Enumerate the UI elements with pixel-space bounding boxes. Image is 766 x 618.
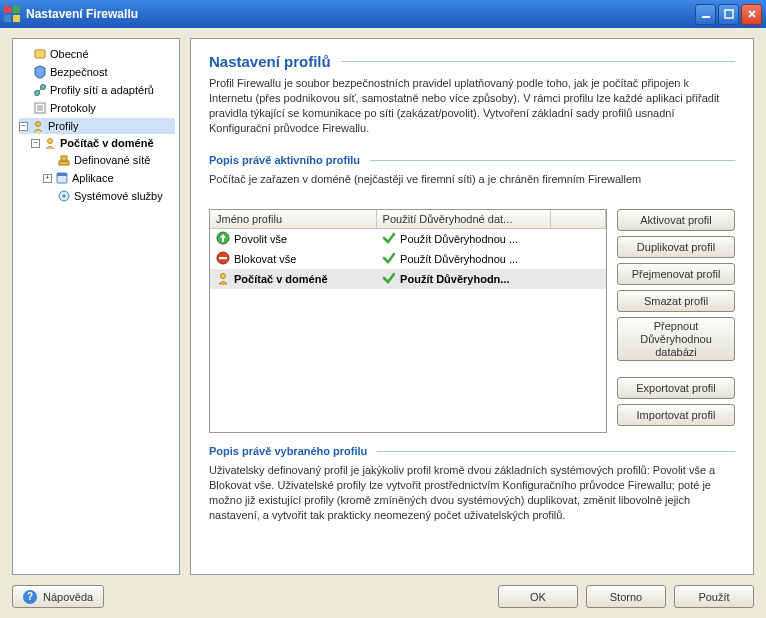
tree-item-bezpecnost[interactable]: Bezpečnost xyxy=(19,64,175,80)
profile-name: Počítač v doméně xyxy=(234,273,328,285)
duplicate-profile-button[interactable]: Duplikovat profil xyxy=(617,236,735,258)
svg-point-23 xyxy=(63,195,66,198)
import-profile-button[interactable]: Importovat profil xyxy=(617,404,735,426)
tree-item-systemove-sluzby[interactable]: Systémové služby xyxy=(43,188,175,204)
tree-item-profily-siti[interactable]: Profily sítí a adaptérů xyxy=(19,82,175,98)
app-icon xyxy=(4,6,20,22)
svg-rect-1 xyxy=(13,6,20,13)
column-header-empty[interactable] xyxy=(550,210,605,229)
minimize-button[interactable] xyxy=(695,4,716,25)
profiles-table[interactable]: Jméno profilu Použití Důvěryhodné dat...… xyxy=(209,209,607,433)
tree-item-definovane-site[interactable]: Definované sítě xyxy=(43,152,175,168)
help-icon: ? xyxy=(23,590,37,604)
tree-item-obecne[interactable]: Obecné xyxy=(19,46,175,62)
navigation-tree[interactable]: Obecné Bezpečnost Profily sítí a adaptér… xyxy=(12,38,180,575)
page-title: Nastavení profilů xyxy=(209,53,331,70)
svg-rect-2 xyxy=(4,15,11,22)
svg-rect-5 xyxy=(725,10,733,18)
active-profile-heading: Popis právě aktivního profilu xyxy=(209,154,360,166)
rename-profile-button[interactable]: Přejmenovat profil xyxy=(617,263,735,285)
svg-rect-18 xyxy=(59,161,69,165)
profile-name: Povolit vše xyxy=(234,233,287,245)
table-row[interactable]: Blokovat vše Použít Důvěryhodnou ... xyxy=(210,249,606,269)
column-header-db[interactable]: Použití Důvěryhodné dat... xyxy=(376,210,550,229)
cancel-button[interactable]: Storno xyxy=(586,585,666,608)
svg-point-27 xyxy=(221,274,226,279)
check-icon xyxy=(382,251,396,267)
expand-icon[interactable]: + xyxy=(43,174,52,183)
svg-line-11 xyxy=(38,88,42,92)
selected-profile-heading: Popis právě vybraného profilu xyxy=(209,445,367,457)
table-row[interactable]: Povolit vše Použít Důvěryhodnou ... xyxy=(210,229,606,250)
tree-item-aplikace[interactable]: +Aplikace xyxy=(43,170,175,186)
intro-text: Profil Firewallu je soubor bezpečnostníc… xyxy=(209,76,735,136)
svg-point-17 xyxy=(48,139,53,144)
activate-profile-button[interactable]: Aktivovat profil xyxy=(617,209,735,231)
help-button[interactable]: ? Nápověda xyxy=(12,585,104,608)
check-icon xyxy=(382,231,396,247)
apply-button[interactable]: Použít xyxy=(674,585,754,608)
titlebar: Nastavení Firewallu xyxy=(0,0,766,28)
svg-rect-26 xyxy=(219,257,227,259)
svg-rect-8 xyxy=(35,50,45,58)
tree-item-profily[interactable]: −Profily xyxy=(19,118,175,134)
profile-db: Použít Důvěryhodnou ... xyxy=(400,253,518,265)
svg-point-16 xyxy=(36,122,41,127)
svg-rect-0 xyxy=(4,6,11,13)
svg-rect-19 xyxy=(61,156,67,161)
block-icon xyxy=(216,251,230,267)
profile-db: Použít Důvěryhodnou ... xyxy=(400,233,518,245)
delete-profile-button[interactable]: Smazat profil xyxy=(617,290,735,312)
active-profile-desc: Počítač je zařazen v doméně (nejčastěji … xyxy=(209,172,735,187)
close-button[interactable] xyxy=(741,4,762,25)
collapse-icon[interactable]: − xyxy=(31,139,40,148)
svg-rect-21 xyxy=(57,173,67,176)
check-icon xyxy=(382,271,396,287)
tree-item-protokoly[interactable]: Protokoly xyxy=(19,100,175,116)
allow-icon xyxy=(216,231,230,247)
collapse-icon[interactable]: − xyxy=(19,122,28,131)
content-panel: Nastavení profilů Profil Firewallu je so… xyxy=(190,38,754,575)
selected-profile-desc: Uživatelsky definovaný profil je jakýkol… xyxy=(209,463,735,523)
table-row[interactable]: Počítač v doméně Použít Důvěryhodn... xyxy=(210,269,606,289)
window-title: Nastavení Firewallu xyxy=(26,7,695,21)
export-profile-button[interactable]: Exportovat profil xyxy=(617,377,735,399)
profile-db: Použít Důvěryhodn... xyxy=(400,273,509,285)
ok-button[interactable]: OK xyxy=(498,585,578,608)
dialog-buttons: ? Nápověda OK Storno Použít xyxy=(12,575,754,608)
svg-rect-4 xyxy=(702,16,710,18)
column-header-name[interactable]: Jméno profilu xyxy=(210,210,376,229)
profile-name: Blokovat vše xyxy=(234,253,296,265)
switch-db-button[interactable]: Přepnout Důvěryhodnou databázi xyxy=(617,317,735,361)
maximize-button[interactable] xyxy=(718,4,739,25)
tree-item-pocitac-v-domene[interactable]: −Počítač v doméně xyxy=(31,135,175,151)
svg-rect-3 xyxy=(13,15,20,22)
domain-icon xyxy=(216,271,230,287)
